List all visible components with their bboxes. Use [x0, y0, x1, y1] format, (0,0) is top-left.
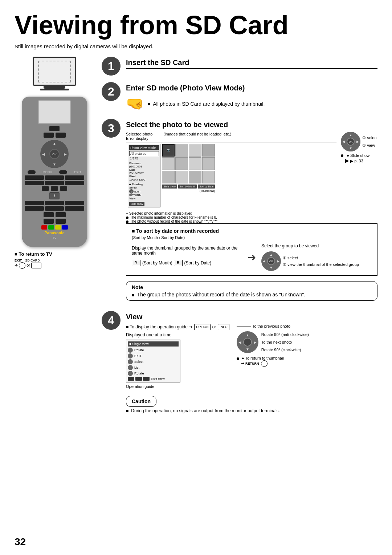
- return-tv-section: ■ To return to TV EXIT SD CARD ➜ or: [15, 251, 94, 269]
- return-circle-btn: [261, 360, 268, 367]
- select-view-labels: ① select ② view: [362, 135, 377, 148]
- hand-icon: 🤜: [126, 95, 144, 112]
- r-btn-n6: [65, 206, 84, 211]
- thumbnail-label: (Thumbnail): [162, 189, 215, 193]
- r-btn-wide1: [44, 212, 54, 217]
- panasonic-label: Panasonic: [25, 231, 84, 235]
- sort-dpad: ▲ ▼ ◀ ▶ OK: [261, 251, 281, 271]
- operation-guide-box: ■ Single view Rotate EXIT Select: [126, 340, 180, 382]
- step2-circle: 2: [102, 82, 121, 101]
- option-btn: OPTION: [194, 324, 211, 330]
- pv-filename-val: p1010001: [129, 165, 159, 168]
- pv-all-pictures: All pictures: [129, 151, 159, 156]
- return-thumbnail: ● To return to thumbnail ➜ RETURN: [237, 356, 309, 367]
- note-text: The group of the photos without record o…: [132, 292, 372, 297]
- pv-return: RETURN: [129, 194, 159, 197]
- pv-thumb-12: [202, 171, 215, 183]
- step3-dpad-area: ▲ ▼ ◀ ▶ OK ① select ② view: [341, 132, 377, 163]
- selected-info-line: ⌐ Selected photo information is displaye…: [126, 211, 337, 215]
- operation-guide-caption: Operation guide: [126, 384, 229, 389]
- info-line-2: The photo without record of the date is …: [126, 219, 337, 223]
- green-btn: [48, 225, 54, 230]
- menu-btn: [28, 170, 36, 174]
- remote-btn-1: [49, 126, 60, 131]
- pv-date-val: 23/10/2007: [129, 171, 159, 175]
- r-btn-n5: [45, 206, 64, 211]
- slideshow-page-ref: ▶ ▶ p. 33: [345, 158, 377, 163]
- pv-reading: ■ Reading: [129, 183, 159, 186]
- pv-bar-slide: Slide show: [162, 185, 177, 189]
- subtitle: Still images recorded by digital cameras…: [15, 43, 377, 49]
- slideshow-note: ● Slide show: [341, 153, 377, 158]
- pv-slideshow-btn: Slide show: [129, 202, 144, 206]
- pv-thumbnail-grid: 📷: [162, 144, 215, 183]
- return-tv-title: ■ To return to TV: [15, 251, 94, 257]
- pv-select-label: Select: [129, 186, 159, 189]
- sort-title: ■ To sort by date or month recorded: [132, 228, 372, 234]
- remote-screen: [38, 100, 71, 124]
- pv-view: View: [129, 197, 159, 200]
- caution-box: Caution: [126, 396, 156, 407]
- sort-subtitle: (Sort by Month / Sort by Date): [132, 235, 372, 240]
- og-item-1: Rotate: [128, 348, 179, 353]
- remote-btn-3: [56, 133, 66, 138]
- step1-row: 1 Insert the SD Card: [102, 57, 377, 76]
- caution-title: Caution: [132, 398, 151, 404]
- info-btn-remote: i: [49, 192, 60, 199]
- blue-btn: [62, 225, 68, 230]
- sort-month-label: (Sort by Month): [142, 260, 172, 266]
- r-btn-g4: [25, 181, 44, 185]
- page-number: 32: [15, 536, 26, 548]
- exit-circle-btn: [19, 262, 25, 269]
- pv-title: Photo View Mode: [129, 145, 159, 150]
- og-item-5: Rotate: [128, 371, 179, 376]
- og-item-4: List: [128, 365, 179, 370]
- displayed-one: Displayed one at a time: [126, 332, 229, 337]
- tv-label: TV: [25, 236, 84, 240]
- page-title: Viewing from SD Card: [15, 11, 377, 40]
- dpad-illustration-step3: ▲ ▼ ◀ ▶ OK: [341, 132, 360, 151]
- pv-thumb-9: [162, 171, 175, 183]
- pv-thumb-2: [175, 144, 188, 157]
- sdcard-rect-btn: [31, 263, 41, 268]
- pv-bar-date: Sort by Date: [198, 185, 215, 189]
- sort-date-label: (Sort by Date): [184, 260, 212, 266]
- dpad-area: ▲ ▼ ◀ ▶ OK: [40, 139, 69, 169]
- info-btn-label: INFO: [218, 324, 229, 330]
- r-btn-n1: [25, 201, 44, 205]
- pv-bar-month: Sort by Month: [178, 185, 197, 189]
- pv-thumb-4: [202, 144, 215, 157]
- pv-pixel-val: 1600 x 1200: [129, 178, 159, 181]
- sort-right: Select the group to be viewed ▲ ▼ ◀ ▶ OK: [261, 243, 372, 271]
- tv-illustration: [29, 57, 80, 93]
- pv-thumb-5: [162, 157, 175, 170]
- pv-thumb-3: [189, 144, 201, 157]
- pv-thumb-10: [175, 171, 188, 183]
- pv-thumb-6: [175, 157, 188, 170]
- return-tv-detail: EXIT SD CARD ➜ or: [15, 258, 94, 269]
- pv-date-label: Date: [129, 168, 159, 171]
- pv-exit: EXIT: [134, 190, 141, 193]
- og-item-2: EXIT: [128, 353, 179, 358]
- sort-left-desc: Display the thumbnail grouped by the sam…: [132, 246, 242, 256]
- r-btn-wide3: [44, 219, 54, 224]
- exit-btn-remote: [59, 170, 67, 174]
- step2-row: 2 Enter SD mode (Photo View Mode) 🤜 All …: [102, 82, 377, 112]
- pv-thumb-11: [189, 171, 201, 183]
- step4-left: ■ To display the operation guide ➜ OPTIO…: [126, 324, 229, 389]
- step3-row: 3 Select the photo to be viewed Selected…: [102, 119, 377, 304]
- selected-photo-label: Selected photo Error display: [126, 132, 152, 141]
- pv-thumb-error: 📷: [162, 144, 175, 157]
- sort-right-desc: Select the group to be viewed: [261, 243, 372, 248]
- og-slideshow: Slide show: [128, 377, 179, 381]
- sort-arrow-icon: ➜: [248, 251, 256, 263]
- prev-photo-label: To the previous photo: [237, 324, 309, 328]
- note-box: Note The group of the photos without rec…: [126, 281, 377, 301]
- r-btn-n4: [25, 206, 44, 211]
- r-btn-n2: [45, 201, 64, 205]
- sort-date-btn-row: B (Sort by Date): [174, 260, 212, 266]
- sort-month-btn-row: Y (Sort by Month): [132, 260, 172, 266]
- sort-right-labels: ① select ② view the thumbnail of the sel…: [283, 256, 359, 267]
- rotate-labels: Rotate 90° (anti-clockwise) To the next …: [261, 332, 309, 352]
- remote-btn-2: [44, 133, 54, 138]
